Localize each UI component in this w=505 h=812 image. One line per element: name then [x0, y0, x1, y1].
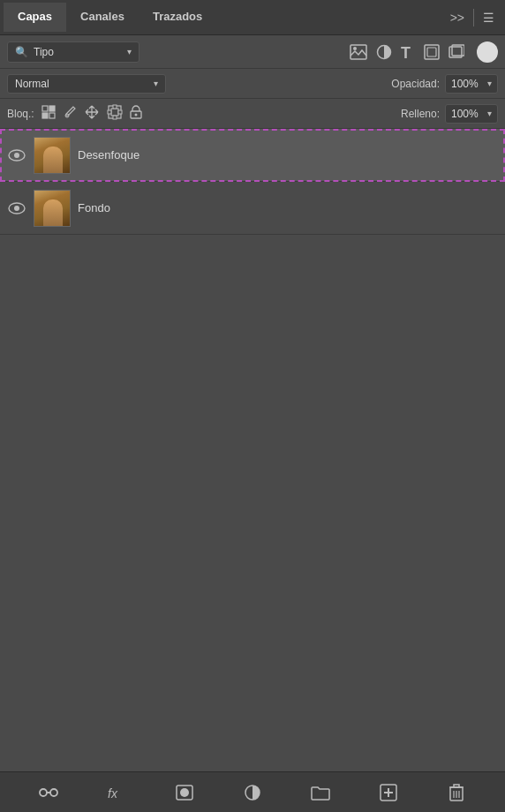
layer-thumb-image-desenfoque: [34, 138, 70, 173]
svg-point-1: [353, 47, 357, 50]
layer-thumbnail-desenfoque: [34, 137, 71, 174]
lock-all-icon[interactable]: [130, 105, 142, 123]
frame-filter-icon[interactable]: [424, 44, 440, 60]
opacity-label: Opacidad:: [391, 78, 440, 90]
new-layer-button[interactable]: [374, 778, 403, 807]
image-filter-icon[interactable]: [350, 44, 367, 60]
expand-icon[interactable]: >>: [450, 11, 464, 25]
svg-point-20: [134, 113, 137, 116]
opacity-input[interactable]: 100% ▾: [445, 74, 498, 94]
svg-rect-11: [49, 113, 55, 118]
svg-rect-8: [42, 106, 48, 111]
svg-text:fx: fx: [108, 786, 118, 801]
type-filter-label: Tipo: [34, 46, 122, 58]
layers-list: Desenfoque Fondo: [0, 129, 505, 418]
link-layers-button[interactable]: [34, 778, 63, 807]
fill-section: Relleno: 100% ▾: [401, 104, 498, 124]
lock-fill-row: Bloq.:: [0, 99, 505, 129]
layer-thumbnail-fondo: [34, 190, 71, 227]
adjustment-filter-icon[interactable]: [376, 44, 392, 60]
svg-point-22: [14, 153, 19, 158]
opacity-value: 100%: [451, 78, 487, 90]
visibility-toggle-fondo[interactable]: [7, 202, 26, 214]
new-adjustment-layer-button[interactable]: [238, 778, 267, 807]
tab-canales[interactable]: Canales: [66, 3, 139, 32]
layer-name-fondo: Fondo: [78, 201, 498, 214]
header-icons: >> ☰: [450, 9, 501, 26]
fill-value: 100%: [451, 108, 487, 120]
svg-rect-10: [42, 113, 48, 118]
main-content: 🔍 Tipo ▾ T: [0, 35, 505, 812]
bottom-toolbar: fx: [0, 771, 505, 812]
svg-rect-26: [50, 789, 57, 796]
layer-effects-button[interactable]: fx: [102, 778, 131, 807]
tab-trazados[interactable]: Trazados: [139, 3, 216, 32]
svg-rect-9: [49, 106, 55, 111]
layers-empty-area: [0, 418, 505, 771]
svg-point-24: [14, 206, 19, 211]
filter-type-icons: T: [350, 41, 498, 63]
layer-thumb-image-fondo: [34, 191, 70, 226]
lock-position-icon[interactable]: [84, 104, 100, 124]
lock-brush-icon[interactable]: [63, 105, 77, 123]
svg-rect-15: [108, 110, 111, 114]
blend-opacity-row: Normal ▾ Opacidad: 100% ▾: [0, 69, 505, 99]
svg-rect-5: [427, 48, 436, 56]
tabs-bar: Capas Canales Trazados >> ☰: [0, 0, 505, 35]
blend-mode-dropdown[interactable]: Normal ▾: [7, 74, 166, 94]
layer-item-fondo[interactable]: Fondo: [0, 182, 505, 235]
lock-pixels-icon[interactable]: [41, 105, 56, 123]
fill-input[interactable]: 100% ▾: [445, 104, 498, 124]
fill-chevron-icon: ▾: [487, 109, 492, 118]
text-filter-icon[interactable]: T: [401, 44, 415, 60]
layer-item-desenfoque[interactable]: Desenfoque: [0, 129, 505, 182]
type-filter-dropdown[interactable]: 🔍 Tipo ▾: [7, 41, 139, 63]
blend-mode-chevron-icon: ▾: [154, 79, 158, 88]
svg-text:T: T: [401, 44, 411, 60]
blend-mode-label: Normal: [15, 78, 148, 90]
visibility-toggle-desenfoque[interactable]: [7, 149, 26, 162]
svg-rect-17: [113, 105, 117, 109]
lock-transform-icon[interactable]: [107, 104, 123, 124]
opacity-chevron-icon: ▾: [487, 79, 492, 88]
lock-label: Bloq.:: [7, 108, 34, 120]
svg-rect-25: [40, 789, 47, 796]
lock-icons: [41, 104, 142, 124]
delete-layer-button[interactable]: [442, 778, 471, 807]
add-mask-button[interactable]: [170, 778, 199, 807]
layer-name-desenfoque: Desenfoque: [78, 148, 498, 162]
menu-icon[interactable]: ☰: [483, 11, 494, 25]
tab-capas[interactable]: Capas: [4, 3, 66, 32]
header-divider: [473, 9, 474, 26]
svg-rect-14: [111, 109, 118, 116]
fill-label: Relleno:: [401, 108, 440, 120]
filter-toolbar: 🔍 Tipo ▾ T: [0, 35, 505, 69]
new-group-button[interactable]: [306, 778, 335, 807]
svg-rect-18: [113, 116, 117, 119]
type-filter-chevron-icon: ▾: [127, 47, 132, 56]
svg-rect-16: [118, 110, 122, 114]
search-icon: 🔍: [15, 46, 28, 58]
color-circle: [477, 41, 498, 63]
svg-point-29: [180, 788, 189, 797]
clip-filter-icon[interactable]: [448, 44, 464, 60]
